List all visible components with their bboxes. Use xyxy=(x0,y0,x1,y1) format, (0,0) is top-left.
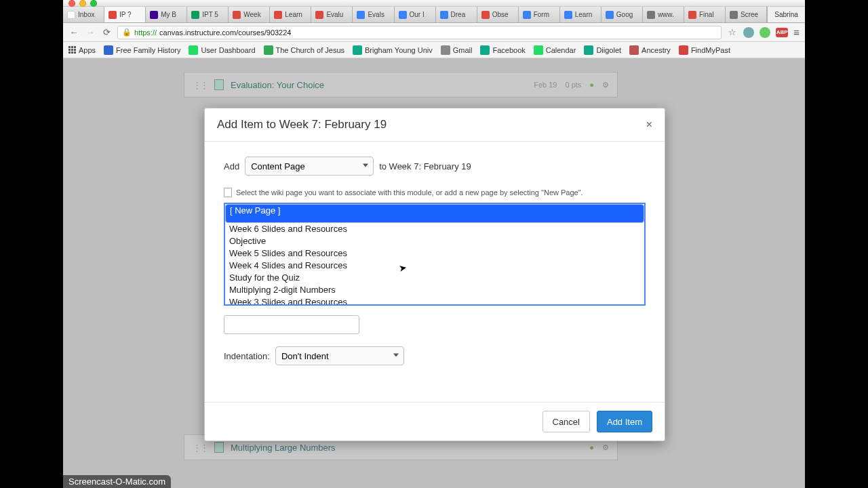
browser-tab[interactable]: My B xyxy=(146,7,187,22)
favicon xyxy=(108,11,117,19)
browser-tab[interactable]: Learn xyxy=(270,7,311,22)
lock-icon: 🔒 xyxy=(122,28,132,37)
browser-tab[interactable]: Goog xyxy=(601,7,643,22)
browser-tab[interactable]: Week xyxy=(229,7,270,22)
browser-tab[interactable]: Form xyxy=(519,7,560,22)
page-option[interactable]: Week 6 Slides and Resources xyxy=(225,223,644,235)
tab-label: Our I xyxy=(410,11,425,18)
tab-label: Learn xyxy=(575,11,593,18)
browser-tab[interactable]: Final xyxy=(684,7,726,22)
browser-tab[interactable]: Obse xyxy=(477,7,519,22)
browser-tab[interactable]: Learn xyxy=(560,7,601,22)
window-min-dot[interactable] xyxy=(79,0,86,7)
chrome-menu-icon[interactable]: ≡ xyxy=(793,26,800,38)
tab-label: Learn xyxy=(285,11,302,18)
favicon xyxy=(67,11,75,19)
ext-icon-1[interactable] xyxy=(743,27,754,38)
bookmark[interactable]: User Dashboard xyxy=(189,45,255,55)
browser-tab[interactable]: Inbox xyxy=(63,7,104,22)
close-icon[interactable]: × xyxy=(646,119,652,131)
bookmark-label: Gmail xyxy=(453,46,473,54)
bookmark-icon xyxy=(679,45,688,55)
favicon xyxy=(564,11,572,19)
tab-label: Week xyxy=(243,11,260,18)
url-https: https:// xyxy=(134,28,157,37)
browser-tab[interactable]: IPT 5 xyxy=(187,7,229,22)
page-option[interactable]: Week 4 Slides and Resources xyxy=(225,260,644,272)
browser-tab[interactable]: IP ? xyxy=(104,7,146,22)
bookmark-star-icon[interactable]: ☆ xyxy=(727,27,738,37)
page-option[interactable]: [ New Page ] xyxy=(225,204,644,223)
add-item-modal: Add Item to Week 7: February 19 × Add Co… xyxy=(204,108,665,441)
reload-button[interactable]: ⟳ xyxy=(101,27,112,37)
back-button[interactable]: ← xyxy=(68,27,79,37)
page-icon xyxy=(224,188,232,197)
url-rest: canvas.instructure.com/courses/903224 xyxy=(159,28,291,37)
add-type-row: Add Content Page to Week 7: February 19 xyxy=(224,157,646,176)
modal-header: Add Item to Week 7: February 19 × xyxy=(205,108,665,142)
tab-label: Scree xyxy=(741,11,758,18)
bookmark-icon xyxy=(441,45,450,55)
tab-label: Drea xyxy=(451,11,466,18)
bookmark-label: FindMyPast xyxy=(691,46,730,54)
favicon xyxy=(357,11,365,19)
browser-tab[interactable]: Drea xyxy=(436,7,477,22)
bookmark[interactable]: Gmail xyxy=(441,45,473,55)
bookmark-label: Calendar xyxy=(546,46,576,54)
helper-text: Select the wiki page you want to associa… xyxy=(224,188,646,197)
favicon xyxy=(440,11,448,19)
watermark: Screencast-O-Matic.com xyxy=(63,475,171,488)
browser-toolbar: ← → ⟳ 🔒 https://canvas.instructure.com/c… xyxy=(63,23,805,42)
bookmark-label: Free Family History xyxy=(116,46,180,54)
bookmark[interactable]: Free Family History xyxy=(104,45,180,55)
bookmark[interactable]: FindMyPast xyxy=(679,45,730,55)
bookmark[interactable]: Calendar xyxy=(534,45,576,55)
to-module-text: to Week 7: February 19 xyxy=(379,161,471,171)
bookmark[interactable]: Ancestry xyxy=(629,45,671,55)
favicon xyxy=(647,11,655,19)
window-max-dot[interactable] xyxy=(90,0,97,7)
tab-label: IP ? xyxy=(119,11,132,18)
bookmark[interactable]: Diigolet xyxy=(584,45,621,55)
tab-label: Evals xyxy=(368,11,384,18)
bookmarks-bar: AppsFree Family HistoryUser DashboardThe… xyxy=(63,42,805,58)
ext-icon-2[interactable] xyxy=(760,27,770,38)
browser-tab[interactable]: Scree xyxy=(726,7,767,22)
page-option[interactable]: Week 5 Slides and Resources xyxy=(225,247,644,260)
favicon xyxy=(688,11,696,19)
bookmark[interactable]: Facebook xyxy=(480,45,525,55)
new-page-name-input[interactable] xyxy=(224,315,359,334)
add-item-button[interactable]: Add Item xyxy=(597,411,652,432)
page-option[interactable]: Week 3 Slides and Resources xyxy=(225,296,644,306)
browser-tab[interactable]: Evalu xyxy=(311,7,353,22)
bookmark[interactable]: The Church of Jesus xyxy=(264,45,345,55)
page-option[interactable]: Objective xyxy=(225,235,644,247)
tab-label: Evalu xyxy=(326,11,343,18)
bookmark[interactable]: Brigham Young Univ xyxy=(353,45,433,55)
page-option[interactable]: Study for the Quiz xyxy=(225,272,644,284)
bookmark[interactable]: Apps xyxy=(68,46,96,54)
page-option[interactable]: Multiplying 2-digit Numbers xyxy=(225,284,644,296)
browser-tab[interactable]: www. xyxy=(643,7,684,22)
bookmark-icon xyxy=(189,45,198,55)
cancel-button[interactable]: Cancel xyxy=(542,411,590,432)
favicon xyxy=(481,11,490,19)
indent-label: Indentation: xyxy=(224,351,270,361)
page-list[interactable]: [ New Page ]Week 6 Slides and ResourcesO… xyxy=(224,203,646,306)
browser-profile[interactable]: Sabrina xyxy=(767,7,805,22)
bookmark-label: Diigolet xyxy=(596,46,621,54)
bookmark-label: Ancestry xyxy=(642,46,671,54)
forward-button[interactable]: → xyxy=(85,27,96,37)
favicon xyxy=(233,11,241,19)
item-type-select[interactable]: Content Page xyxy=(245,157,374,176)
browser-tab[interactable]: Evals xyxy=(353,7,394,22)
browser-tab[interactable]: Our I xyxy=(395,7,436,22)
modal-body: Add Content Page to Week 7: February 19 … xyxy=(205,142,665,402)
adblock-icon[interactable]: ABP xyxy=(776,28,788,37)
address-bar[interactable]: 🔒 https://canvas.instructure.com/courses… xyxy=(117,26,722,39)
tab-strip: InboxIP ?My BIPT 5WeekLearnEvaluEvalsOur… xyxy=(63,7,805,23)
modal-footer: Cancel Add Item xyxy=(205,402,665,441)
favicon xyxy=(191,11,199,19)
window-close-dot[interactable] xyxy=(68,0,75,7)
indent-select[interactable]: Don't Indent xyxy=(275,346,404,365)
